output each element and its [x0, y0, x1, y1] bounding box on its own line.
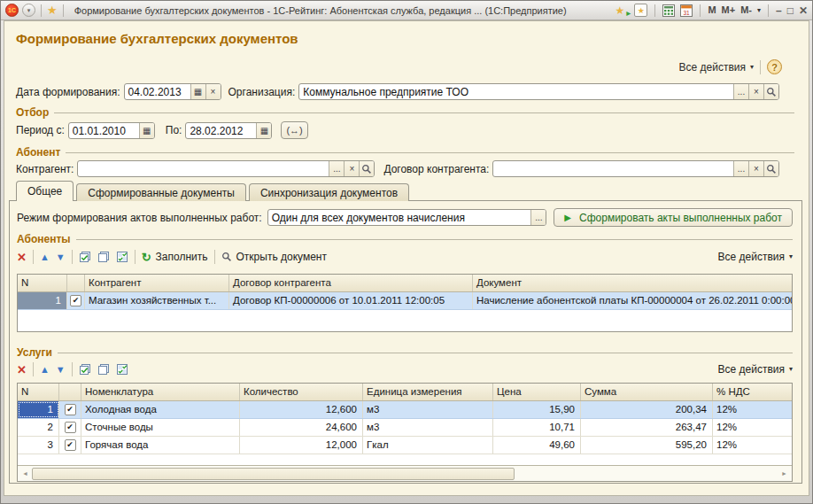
column-header-kontragent[interactable]: Контрагент [85, 275, 229, 291]
date-picker-icon[interactable]: ▦ [139, 123, 154, 138]
move-down-icon[interactable]: ▼ [56, 365, 66, 375]
row-number-cell[interactable]: 3 [18, 437, 59, 454]
sum-cell[interactable]: 200,34 [581, 401, 713, 418]
select-ellipsis-icon[interactable]: ... [530, 210, 546, 225]
unit-cell[interactable]: м3 [363, 419, 493, 436]
move-up-icon[interactable]: ▲ [40, 252, 50, 262]
clear-icon[interactable]: × [748, 84, 763, 99]
period-to-value[interactable]: 28.02.2012 [186, 123, 256, 138]
scroll-left-icon[interactable]: ◄ [19, 470, 32, 477]
help-button[interactable]: ? [767, 59, 782, 74]
system-menu-button[interactable]: ▾ [22, 4, 35, 17]
sum-cell[interactable]: 595,20 [581, 437, 713, 454]
clear-icon[interactable]: × [205, 84, 221, 99]
column-header-name[interactable]: Номенклатура [81, 384, 240, 400]
tab-formed-documents[interactable]: Сформированные документы [76, 183, 246, 201]
organization-value[interactable]: Коммунальное предприятие ТОО [299, 84, 733, 99]
qty-cell[interactable]: 24,600 [240, 419, 363, 436]
column-header-unit[interactable]: Единица измерения [363, 384, 493, 400]
table-row[interactable]: 2 ✔ Сточные воды 24,600 м3 10,71 263,47 … [18, 419, 792, 437]
period-to-field[interactable]: 28.02.2012 ▦ [185, 122, 272, 139]
qty-cell[interactable]: 12,000 [240, 437, 363, 454]
checkbox-checked-icon[interactable]: ✔ [65, 439, 76, 451]
checkbox-checked-icon[interactable]: ✔ [65, 404, 76, 415]
delete-row-icon[interactable]: ✕ [17, 252, 27, 263]
date-picker-icon[interactable]: ▦ [256, 123, 271, 138]
sum-cell[interactable]: 263,47 [581, 419, 713, 436]
all-actions-button-top[interactable]: Все действия ▾ [679, 61, 754, 74]
contract-cell[interactable]: Договор КП-00000006 от 10.01.2011 12:00:… [229, 292, 473, 309]
column-header-qty[interactable]: Количество [240, 384, 363, 400]
clear-icon[interactable]: × [344, 161, 359, 176]
contract-value[interactable] [493, 161, 733, 176]
delete-row-icon[interactable]: ✕ [17, 364, 27, 376]
titlebar-more-icon[interactable]: ▾ [757, 7, 761, 14]
column-header-n[interactable]: N [18, 384, 59, 400]
close-button[interactable]: ✕ [799, 5, 808, 16]
tab-sync-documents[interactable]: Синхронизация документов [249, 183, 409, 201]
checkbox-checked-icon[interactable]: ✔ [70, 295, 81, 306]
row-checkbox-cell[interactable]: ✔ [59, 437, 81, 454]
row-checkbox-cell[interactable]: ✔ [59, 401, 81, 418]
scroll-right-icon[interactable]: ► [778, 470, 791, 477]
all-actions-button-abonents[interactable]: Все действия ▾ [718, 251, 793, 263]
table-row[interactable]: 1 ✔ Магазин хозяйственных т... Договор К… [18, 292, 792, 310]
memory-m-minus-button[interactable]: M- [740, 5, 752, 15]
kontragent-field[interactable]: ... × [77, 160, 375, 177]
search-icon[interactable] [359, 161, 374, 176]
open-document-button[interactable]: Открыть документ [221, 251, 327, 263]
date-picker-icon[interactable]: ▦ [190, 84, 205, 99]
period-range-button[interactable]: (↔) [281, 121, 307, 139]
column-header-sum[interactable]: Сумма [581, 384, 713, 400]
all-actions-button-services[interactable]: Все действия ▾ [718, 363, 793, 376]
invert-check-icon[interactable] [116, 251, 128, 263]
search-icon[interactable] [763, 161, 778, 176]
memory-m-button[interactable]: M [708, 5, 716, 15]
column-header-checkbox[interactable] [59, 384, 81, 400]
minimize-button[interactable]: – [776, 5, 782, 16]
price-cell[interactable]: 15,90 [493, 401, 581, 418]
name-cell[interactable]: Сточные воды [81, 419, 240, 436]
name-cell[interactable]: Горячая вода [81, 437, 240, 454]
mode-value[interactable]: Один для всех документов начисления [268, 210, 531, 225]
calculator-icon[interactable] [662, 4, 675, 17]
table-row[interactable]: 3 ✔ Горячая вода 12,000 Гкал 49,60 595,2… [18, 437, 792, 454]
move-down-icon[interactable]: ▼ [56, 252, 66, 262]
name-cell[interactable]: Холодная вода [81, 401, 240, 418]
table-row[interactable]: 1 ✔ Холодная вода 12,600 м3 15,90 200,34… [18, 401, 792, 419]
select-ellipsis-icon[interactable]: ... [733, 84, 748, 99]
column-header-n[interactable]: N [18, 275, 67, 291]
check-all-icon[interactable] [79, 363, 91, 376]
abonents-table[interactable]: N Контрагент Договор контрагента Докумен… [17, 274, 793, 332]
price-cell[interactable]: 49,60 [493, 437, 581, 454]
column-header-vat[interactable]: % НДС [713, 384, 792, 400]
tab-general[interactable]: Общее [16, 181, 74, 201]
clear-icon[interactable]: × [748, 161, 763, 176]
services-table[interactable]: N Номенклатура Количество Единица измере… [17, 383, 793, 482]
date-field[interactable]: 04.02.2013 ▦ × [124, 83, 221, 100]
horizontal-scrollbar[interactable]: ◄ ► [18, 465, 792, 481]
vat-cell[interactable]: 12% [713, 419, 792, 436]
period-from-value[interactable]: 01.01.2010 [69, 123, 139, 138]
kontragent-cell[interactable]: Магазин хозяйственных т... [85, 292, 229, 309]
column-header-contract[interactable]: Договор контрагента [229, 275, 473, 291]
uncheck-all-icon[interactable] [97, 251, 110, 263]
check-all-icon[interactable] [79, 251, 91, 263]
kontragent-value[interactable] [78, 161, 329, 176]
price-cell[interactable]: 10,71 [493, 419, 581, 436]
favorite-star-icon[interactable]: ★ [47, 4, 58, 16]
qty-cell[interactable]: 12,600 [240, 401, 363, 418]
checkbox-checked-icon[interactable]: ✔ [65, 422, 76, 433]
maximize-button[interactable]: □ [787, 5, 794, 16]
unit-cell[interactable]: Гкал [363, 437, 493, 454]
period-from-field[interactable]: 01.01.2010 ▦ [68, 122, 155, 139]
row-number-cell[interactable]: 1 [18, 401, 59, 418]
column-header-checkbox[interactable] [67, 275, 85, 291]
select-ellipsis-icon[interactable]: ... [329, 161, 344, 176]
search-icon[interactable] [763, 84, 778, 99]
favorites-panel-icon[interactable]: ★ [634, 4, 647, 17]
vat-cell[interactable]: 12% [713, 437, 792, 454]
unit-cell[interactable]: м3 [363, 401, 493, 418]
generate-acts-button[interactable]: ▶ Сформировать акты выполненных работ [554, 208, 793, 227]
row-checkbox-cell[interactable]: ✔ [67, 292, 85, 309]
